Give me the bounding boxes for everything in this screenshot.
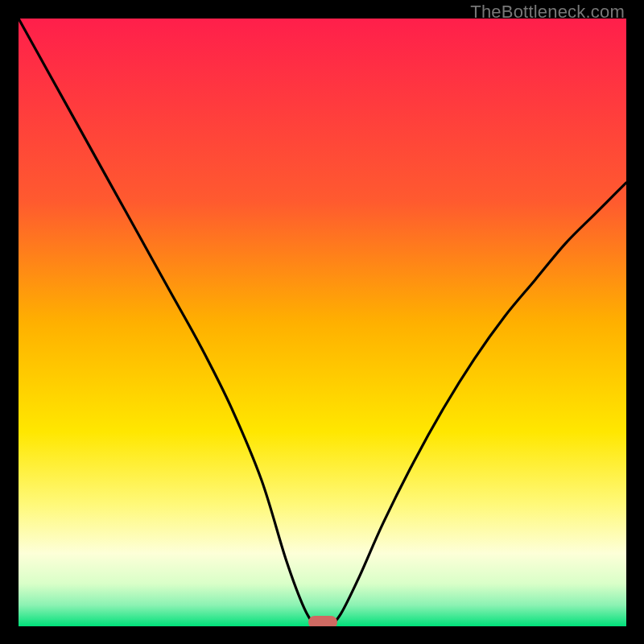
svg-rect-0 (19, 19, 626, 626)
heat-gradient (19, 19, 626, 626)
plot-area (19, 19, 626, 626)
watermark-text: TheBottleneck.com (470, 2, 625, 23)
optimal-marker (308, 616, 337, 626)
chart-frame: TheBottleneck.com (0, 0, 644, 644)
